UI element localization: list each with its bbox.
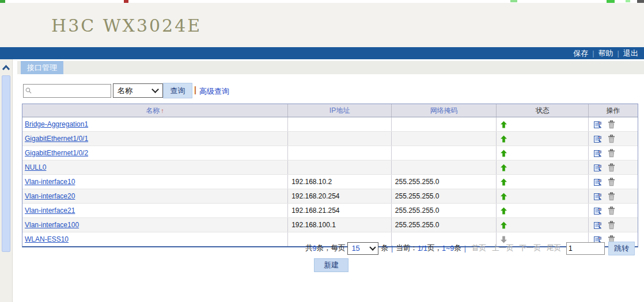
last-page-link[interactable]: 尾页 — [547, 243, 561, 253]
interface-link[interactable]: GigabitEthernet1/0/2 — [25, 149, 88, 157]
status-up-icon — [500, 178, 507, 186]
ip-address-cell: 192.168.21.254 — [288, 204, 392, 217]
after-select: 条 — [381, 243, 388, 253]
status-up-icon — [500, 207, 507, 215]
status-up-icon — [500, 221, 507, 229]
network-mask-cell — [392, 132, 497, 146]
top-bar: 保存 | 帮助 | 退出 — [0, 47, 644, 59]
network-mask-cell — [392, 146, 497, 160]
first-page-link[interactable]: 首页 — [472, 243, 486, 253]
new-button[interactable]: 新建 — [314, 258, 348, 272]
device-title: H3C WX3024E — [51, 16, 202, 36]
pagination-bar: 共 9 条，每页 15 条 | 当前： 1/1 页， 1~9 条 | 首页 上一… — [305, 241, 635, 255]
column-header-operation: 操作 — [589, 104, 638, 117]
advanced-separator: | — [194, 85, 196, 94]
ip-address-cell: 192.168.100.1 — [288, 218, 392, 232]
brand-header: H3C WX3024E — [0, 3, 644, 48]
help-link[interactable]: 帮助 — [596, 48, 616, 59]
ip-address-cell: 192.168.10.2 — [288, 175, 392, 189]
status-up-icon — [500, 121, 507, 128]
interface-link[interactable]: WLAN-ESS10 — [25, 235, 69, 243]
prev-page-link[interactable]: 上一页 — [492, 243, 514, 253]
next-page-link[interactable]: 下一页 — [520, 243, 541, 253]
page-size-select[interactable]: 15 — [347, 242, 378, 255]
edit-icon[interactable] — [593, 221, 602, 230]
search-box — [23, 84, 111, 98]
network-mask-cell: 255.255.255.0 — [392, 218, 497, 232]
pager-separator: | — [464, 244, 466, 253]
tab-strip: 接口管理 — [17, 61, 644, 74]
table-row: GigabitEthernet1/0/1 — [22, 132, 638, 146]
interface-link[interactable]: NULL0 — [25, 163, 46, 171]
search-input[interactable] — [33, 85, 110, 97]
column-header-name[interactable]: 名称 ↑ — [22, 104, 288, 117]
search-field-value: 名称 — [118, 86, 132, 95]
interface-link[interactable]: Bridge-Aggregation1 — [25, 120, 88, 128]
table-row: Vlan-interface100 192.168.100.1 255.255.… — [22, 218, 638, 232]
scrollbar-thumb[interactable] — [2, 75, 10, 252]
edit-icon[interactable] — [593, 149, 602, 158]
magnifier-icon — [25, 87, 32, 94]
search-field-select[interactable]: 名称 — [113, 83, 163, 98]
column-header-status: 状态 — [497, 104, 589, 117]
jump-button[interactable]: 跳转 — [608, 242, 635, 255]
network-mask-cell: 255.255.255.0 — [392, 189, 497, 203]
table-row: Bridge-Aggregation1 — [22, 117, 638, 132]
tab-interface-management[interactable]: 接口管理 — [21, 61, 63, 74]
edit-icon[interactable] — [593, 120, 602, 129]
collapse-nav-button[interactable] — [1, 64, 11, 72]
logout-link[interactable]: 退出 — [620, 48, 641, 59]
column-header-mask[interactable]: 网络掩码 — [392, 104, 497, 117]
table-row: Vlan-interface20 192.168.20.254 255.255.… — [22, 189, 638, 204]
delete-icon[interactable] — [608, 149, 615, 158]
edit-icon[interactable] — [593, 178, 602, 186]
delete-icon[interactable] — [608, 207, 615, 215]
interface-link[interactable]: Vlan-interface10 — [25, 178, 75, 186]
edit-icon[interactable] — [593, 192, 602, 201]
delete-icon[interactable] — [608, 163, 615, 172]
interface-link[interactable]: Vlan-interface100 — [25, 221, 79, 229]
column-header-ip[interactable]: IP地址 — [288, 104, 392, 117]
current-page-suffix: 页， — [427, 243, 442, 253]
top-bar-links: 保存 | 帮助 | 退出 — [570, 47, 641, 59]
ip-address-cell — [288, 146, 392, 160]
interface-link[interactable]: Vlan-interface20 — [25, 192, 75, 200]
edit-icon[interactable] — [593, 135, 602, 143]
network-mask-cell — [392, 117, 497, 131]
ip-address-cell: 192.168.20.254 — [288, 189, 392, 203]
current-range-suffix: 条 — [454, 243, 461, 253]
table-header-row: 名称 ↑ IP地址 网络掩码 状态 操作 — [22, 104, 638, 117]
current-range: 1~9 — [442, 244, 454, 253]
advanced-query-link[interactable]: 高级查询 — [199, 86, 229, 97]
interface-table-body: Bridge-Aggregation1 — [22, 117, 638, 246]
chevron-up-icon — [1, 64, 11, 72]
sort-asc-icon: ↑ — [161, 107, 164, 114]
delete-icon[interactable] — [608, 120, 615, 129]
interface-link[interactable]: GigabitEthernet1/0/1 — [25, 135, 88, 143]
table-row: GigabitEthernet1/0/2 — [22, 146, 638, 160]
edit-icon[interactable] — [593, 163, 602, 172]
table-row: Vlan-interface21 192.168.21.254 255.255.… — [22, 204, 638, 218]
current-label: 当前： — [396, 243, 418, 253]
ip-address-cell — [288, 117, 392, 131]
total-count: 9 — [312, 244, 316, 253]
network-mask-cell: 255.255.255.0 — [392, 204, 497, 217]
save-link[interactable]: 保存 — [570, 48, 591, 59]
total-mid: 条，每页 — [316, 243, 345, 253]
jump-page-input[interactable] — [566, 242, 605, 255]
interface-link[interactable]: Vlan-interface21 — [25, 207, 75, 215]
delete-icon[interactable] — [608, 178, 615, 186]
delete-icon[interactable] — [608, 135, 615, 143]
topbar-separator: | — [616, 49, 620, 58]
status-up-icon — [500, 135, 507, 143]
pager-separator: | — [391, 244, 393, 253]
delete-icon[interactable] — [608, 221, 615, 230]
topbar-separator: | — [591, 49, 595, 58]
network-mask-cell: 255.255.255.0 — [392, 175, 497, 189]
query-button[interactable]: 查询 — [163, 83, 192, 98]
delete-icon[interactable] — [608, 192, 615, 201]
table-row: Vlan-interface10 192.168.10.2 255.255.25… — [22, 175, 638, 189]
chevron-down-icon — [370, 244, 376, 250]
edit-icon[interactable] — [593, 207, 602, 215]
table-row: NULL0 — [22, 160, 638, 175]
